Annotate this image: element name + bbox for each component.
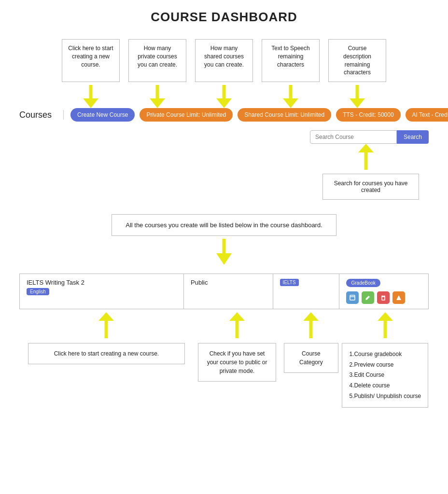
annot-arrow-up-2 bbox=[227, 312, 247, 340]
course-lang-tag: English bbox=[27, 288, 49, 295]
arrow-3 bbox=[195, 85, 253, 108]
bottom-annotations: Click here to start creating a new cours… bbox=[19, 312, 429, 408]
info-section: All the courses you create will be liste… bbox=[19, 214, 429, 270]
annot-arrow-up-1 bbox=[97, 312, 116, 340]
search-tooltip-box: Search for courses you have created bbox=[322, 174, 419, 200]
tooltip-box-3: How many shared courses you can create. bbox=[195, 39, 253, 82]
private-course-limit-button[interactable]: Private Course Limit: Unlimited bbox=[140, 108, 233, 122]
course-visibility: Public bbox=[191, 279, 266, 286]
arrow-to-search bbox=[0, 144, 376, 170]
annot-box-4: 1.Course gradebook 2.Preview course 3.Ed… bbox=[342, 343, 428, 408]
action-icons-row bbox=[346, 291, 405, 304]
annot-arrow-up-4 bbox=[376, 312, 395, 340]
svg-marker-5 bbox=[216, 98, 232, 108]
annot-list-item-1: 1.Course gradebook bbox=[349, 349, 421, 360]
arrow-1 bbox=[62, 85, 120, 108]
course-title: IELTS Writing Task 2 bbox=[27, 279, 177, 286]
course-category-tag: IELTS bbox=[280, 279, 299, 286]
annot-list-item-2: 2.Preview course bbox=[349, 360, 421, 370]
info-box: All the courses you create will be liste… bbox=[112, 214, 336, 236]
arrow-2 bbox=[128, 85, 186, 108]
svg-marker-26 bbox=[303, 312, 319, 321]
annotation-col-3: Course Category bbox=[280, 312, 341, 408]
svg-marker-10 bbox=[358, 144, 374, 152]
svg-marker-9 bbox=[350, 98, 365, 108]
search-section: Search Search for courses you have creat… bbox=[19, 130, 429, 200]
create-new-course-button[interactable]: Create New Course bbox=[70, 108, 135, 122]
course-category-col: IELTS bbox=[273, 274, 340, 309]
annot-arrow-up-3 bbox=[301, 312, 321, 340]
annotation-col-1: Click here to start creating a new cours… bbox=[19, 312, 194, 408]
buttons-row: Courses Create New Course Private Course… bbox=[19, 108, 429, 122]
svg-marker-1 bbox=[83, 98, 98, 108]
svg-rect-14 bbox=[350, 295, 355, 300]
svg-marker-21 bbox=[396, 295, 401, 300]
page-title: COURSE DASHBOARD bbox=[19, 10, 429, 25]
tooltip-box-2: How many private courses you can create. bbox=[128, 39, 186, 82]
tts-credit-button[interactable]: TTS - Credit: 50000 bbox=[336, 108, 400, 122]
tooltip-box-4: Text to Speech remaining characters bbox=[262, 39, 320, 82]
arrows-to-buttons bbox=[19, 85, 429, 108]
preview-icon[interactable] bbox=[346, 291, 359, 304]
shared-course-limit-button[interactable]: Shared Course Limit: Unlimited bbox=[238, 108, 331, 122]
search-bar: Search bbox=[19, 130, 429, 144]
annot-box-1: Click here to start creating a new cours… bbox=[28, 343, 185, 364]
svg-marker-3 bbox=[150, 98, 165, 108]
annotation-col-4: 1.Course gradebook 2.Preview course 3.Ed… bbox=[342, 312, 429, 408]
svg-marker-13 bbox=[216, 253, 232, 265]
tooltip-row: Click here to start creating a new cours… bbox=[19, 39, 429, 82]
search-button[interactable]: Search bbox=[397, 130, 429, 144]
publish-icon[interactable] bbox=[392, 291, 405, 304]
annot-box-2: Check if you have set your course to pub… bbox=[198, 343, 276, 382]
search-input[interactable] bbox=[310, 130, 397, 144]
arrow-5 bbox=[328, 85, 386, 108]
info-arrow bbox=[214, 239, 234, 267]
annot-box-3: Course Category bbox=[284, 343, 339, 373]
tooltip-box-1: Click here to start creating a new cours… bbox=[62, 39, 120, 82]
course-table: IELTS Writing Task 2 English Public IELT… bbox=[19, 274, 429, 309]
svg-marker-24 bbox=[229, 312, 245, 321]
svg-rect-17 bbox=[382, 297, 385, 300]
course-visibility-col: Public bbox=[184, 274, 273, 309]
annot-list-item-3: 3.Edit Course bbox=[349, 370, 421, 381]
annotation-col-2: Check if you have set your course to pub… bbox=[194, 312, 280, 408]
gradebook-button[interactable]: GradeBook bbox=[346, 279, 380, 287]
svg-marker-22 bbox=[98, 312, 114, 321]
ai-text-credit-button[interactable]: AI Text - Credit: 20000 bbox=[406, 108, 448, 122]
arrow-4 bbox=[262, 85, 320, 108]
svg-marker-28 bbox=[378, 312, 393, 321]
course-actions-col: GradeBook bbox=[339, 274, 428, 309]
tooltip-box-5: Course description remaining characters bbox=[328, 39, 386, 82]
svg-marker-7 bbox=[283, 98, 298, 108]
annot-list-item-4: 4.Delete course bbox=[349, 381, 421, 391]
delete-icon[interactable] bbox=[377, 291, 390, 304]
annot-list-item-5: 5.Publish/ Unpublish course bbox=[349, 391, 421, 402]
course-title-col: IELTS Writing Task 2 English bbox=[20, 274, 184, 309]
edit-icon[interactable] bbox=[362, 291, 374, 304]
courses-label: Courses bbox=[19, 110, 52, 120]
